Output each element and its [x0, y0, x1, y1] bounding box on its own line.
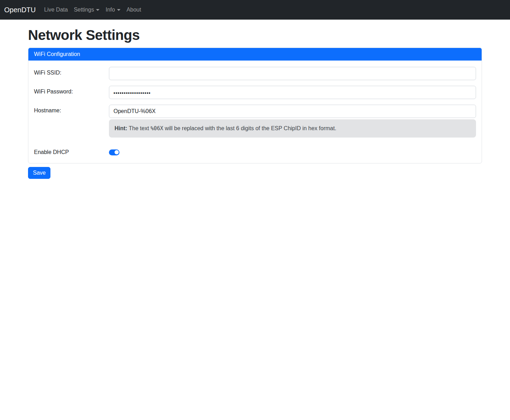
- wifi-password-label: WiFi Password:: [34, 86, 109, 95]
- card-header: WiFi Configuration: [28, 48, 482, 61]
- nav-item-live-data[interactable]: Live Data: [41, 4, 71, 16]
- hint-text-before: The text: [127, 125, 150, 131]
- hostname-row: Hostname: Hint: The text %06X will be re…: [34, 105, 476, 138]
- wifi-ssid-input[interactable]: [109, 67, 476, 80]
- nav-item-label: Settings: [74, 7, 94, 13]
- hint-code: %06X: [151, 125, 163, 132]
- nav-item-label: Live Data: [44, 7, 68, 13]
- wifi-ssid-row: WiFi SSID:: [34, 67, 476, 80]
- hostname-input[interactable]: [109, 105, 476, 118]
- enable-dhcp-label: Enable DHCP: [34, 149, 109, 155]
- enable-dhcp-row: Enable DHCP: [34, 149, 476, 155]
- hint-text-after: will be replaced with the last 6 digits …: [163, 125, 336, 131]
- card-body: WiFi SSID: WiFi Password: Hostname: Hint…: [28, 61, 482, 163]
- nav-item-about[interactable]: About: [124, 4, 144, 16]
- chevron-down-icon: [96, 9, 99, 11]
- brand-opendtu[interactable]: OpenDTU: [4, 5, 36, 15]
- wifi-password-row: WiFi Password:: [34, 86, 476, 99]
- hint-bold: Hint:: [115, 125, 127, 131]
- save-button[interactable]: Save: [28, 167, 50, 179]
- nav-item-label: Info: [105, 7, 115, 13]
- enable-dhcp-toggle[interactable]: [109, 149, 119, 155]
- wifi-configuration-card: WiFi Configuration WiFi SSID: WiFi Passw…: [28, 48, 482, 163]
- navbar: OpenDTU Live Data Settings Info About: [0, 0, 510, 20]
- chevron-down-icon: [117, 9, 120, 11]
- wifi-password-input[interactable]: [109, 86, 476, 99]
- hostname-hint: Hint: The text %06X will be replaced wit…: [109, 119, 476, 138]
- nav-item-settings[interactable]: Settings: [71, 4, 103, 16]
- wifi-ssid-label: WiFi SSID:: [34, 67, 109, 76]
- hostname-label: Hostname:: [34, 105, 109, 114]
- nav-item-label: About: [126, 7, 141, 13]
- nav-item-info[interactable]: Info: [103, 4, 123, 16]
- navbar-nav: Live Data Settings Info About: [41, 4, 144, 16]
- page-title: Network Settings: [28, 27, 482, 43]
- toggle-knob: [115, 150, 119, 154]
- main-container: Network Settings WiFi Configuration WiFi…: [24, 27, 486, 179]
